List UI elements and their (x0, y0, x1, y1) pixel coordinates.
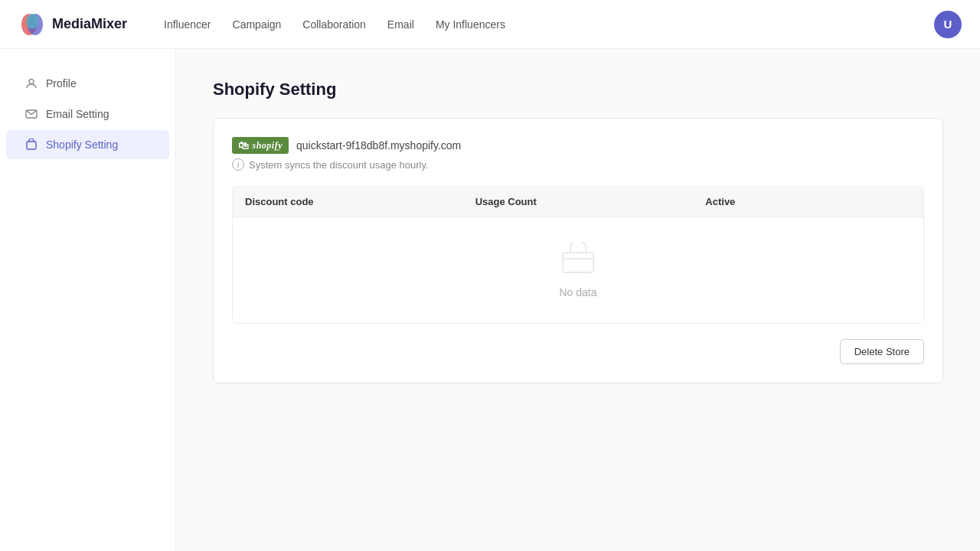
sidebar-label-email-setting: Email Setting (46, 108, 109, 120)
discount-table: Discount code Usage Count Active No data (232, 186, 924, 324)
shopify-card: 🛍shopify quickstart-9f18db8f.myshopify.c… (213, 118, 943, 383)
no-data-icon (560, 242, 596, 279)
sidebar-item-email-setting[interactable]: Email Setting (6, 99, 169, 129)
nav-email[interactable]: Email (387, 15, 414, 34)
page-title: Shopify Setting (213, 80, 943, 99)
no-data-text: No data (559, 286, 596, 298)
logo-area[interactable]: MediaMixer (18, 11, 127, 38)
table-col-active: Active (693, 187, 923, 217)
nav-links: Influencer Campaign Collaboration Email … (164, 15, 910, 34)
svg-rect-5 (27, 142, 36, 149)
store-url: quickstart-9f18db8f.myshopify.com (296, 139, 461, 152)
table-col-discount-code: Discount code (233, 187, 463, 217)
shopify-setting-icon (24, 138, 38, 152)
sidebar-label-shopify-setting: Shopify Setting (46, 139, 118, 151)
user-avatar[interactable]: U (934, 11, 962, 38)
table-col-usage-count: Usage Count (463, 187, 694, 217)
info-icon: i (232, 158, 244, 171)
sync-note: i System syncs the discount usage hourly… (232, 158, 429, 171)
main-layout: Profile Email Setting Shopify Setting Sh… (0, 49, 980, 551)
svg-rect-6 (563, 253, 593, 272)
table-body: No data (233, 217, 923, 323)
sidebar-item-profile[interactable]: Profile (6, 69, 169, 98)
shopify-logo-label: 🛍shopify (232, 137, 289, 154)
sync-note-text: System syncs the discount usage hourly. (249, 159, 429, 171)
card-footer: Delete Store (232, 339, 924, 364)
profile-icon (24, 77, 38, 90)
svg-point-2 (26, 14, 38, 29)
nav-influencer[interactable]: Influencer (164, 15, 211, 34)
sidebar: Profile Email Setting Shopify Setting (0, 49, 176, 551)
logo-icon (18, 11, 46, 38)
svg-point-3 (29, 80, 34, 84)
sidebar-item-shopify-setting[interactable]: Shopify Setting (6, 130, 169, 159)
sidebar-label-profile: Profile (46, 77, 77, 90)
top-navigation: MediaMixer Influencer Campaign Collabora… (0, 0, 980, 49)
table-header: Discount code Usage Count Active (233, 187, 923, 217)
nav-campaign[interactable]: Campaign (233, 15, 282, 34)
logo-text: MediaMixer (52, 16, 127, 32)
shopify-badge: 🛍shopify (232, 137, 289, 154)
nav-collaboration[interactable]: Collaboration (302, 15, 366, 34)
delete-store-button[interactable]: Delete Store (840, 339, 924, 364)
email-setting-icon (24, 107, 38, 121)
store-name-row: 🛍shopify quickstart-9f18db8f.myshopify.c… (232, 137, 461, 154)
store-header: 🛍shopify quickstart-9f18db8f.myshopify.c… (232, 137, 924, 171)
main-content: Shopify Setting 🛍shopify quickstart-9f18… (176, 49, 980, 551)
nav-my-influencers[interactable]: My Influencers (436, 15, 505, 34)
